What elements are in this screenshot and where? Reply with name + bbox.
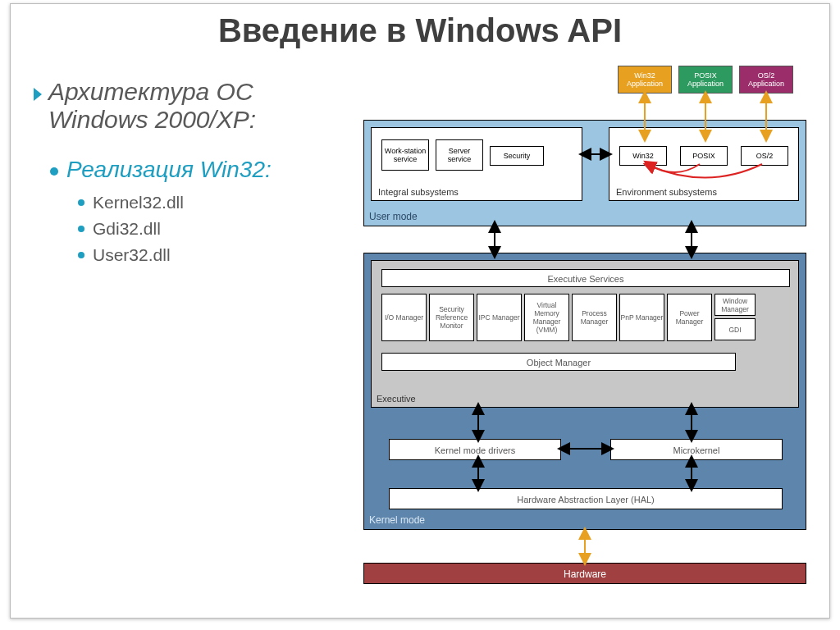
ipc-manager-box: IPC Manager (477, 294, 522, 341)
workstation-service-box: Work-station service (381, 139, 429, 171)
os2-app-box: OS/2 Application (739, 66, 793, 94)
power-manager-box: Power Manager (667, 294, 712, 341)
bullet-level-2: Реализация Win32: (50, 157, 354, 183)
posix-app-box: POSIX Application (678, 66, 733, 94)
env-subsystems-label: Environment subsystems (616, 187, 717, 197)
bullet-1-text: Архитектура ОС Windows 2000/XP: (48, 78, 354, 134)
io-manager-box: I/O Manager (381, 294, 427, 341)
kernel-mode-drivers-box: Kernel mode drivers (389, 439, 561, 460)
user-mode-panel: User mode Integral subsystems Work-stati… (363, 120, 806, 226)
executive-label: Executive (377, 394, 416, 404)
dot-icon (78, 226, 84, 232)
window-manager-box: Window Manager (714, 294, 756, 316)
pnp-manager-box: PnP Manager (619, 294, 664, 341)
executive-panel: Executive Executive Services I/O Manager… (371, 260, 799, 408)
hal-box: Hardware Abstraction Layer (HAL) (389, 488, 783, 509)
bullet-2-text: Реализация Win32: (66, 157, 272, 183)
posix-subsystem-box: POSIX (680, 146, 728, 166)
executive-services-box: Executive Services (381, 269, 790, 287)
security-box: Security (490, 146, 544, 166)
application-row: Win32 Application POSIX Application OS/2… (618, 66, 793, 94)
object-manager-box: Object Manager (381, 353, 736, 371)
bullet-level-3: Kernel32.dll (78, 193, 354, 212)
win32-subsystem-box: Win32 (619, 146, 667, 166)
user-mode-label: User mode (369, 211, 418, 222)
wm-gdi-column: Window Manager GDI (714, 294, 756, 341)
sub-bullet-text: Gdi32.dll (93, 219, 161, 239)
arrow-icon (34, 88, 42, 101)
sub-bullet-text: User32.dll (93, 245, 171, 265)
dot-icon (78, 252, 84, 258)
executive-managers-row: I/O Manager Security Reference Monitor I… (381, 294, 756, 341)
vmm-box: Virtual Memory Manager (VMM) (524, 294, 569, 341)
bullet-level-3: User32.dll (78, 245, 354, 265)
integral-subsystems-label: Integral subsystems (378, 187, 459, 197)
win32-app-box: Win32 Application (618, 66, 672, 94)
environment-subsystems-panel: Environment subsystems Win32 POSIX OS/2 (609, 127, 799, 201)
integral-subsystems-panel: Integral subsystems Work-station service… (371, 127, 582, 201)
gdi-box: GDI (714, 318, 756, 340)
slide: Введение в Windows API Архитектура ОС Wi… (10, 3, 830, 619)
hardware-box: Hardware (363, 563, 806, 584)
process-manager-box: Process Manager (572, 294, 617, 341)
dot-icon (50, 167, 58, 176)
kernel-mode-panel: Kernel mode Executive Executive Services… (363, 253, 806, 530)
bullet-list: Архитектура ОС Windows 2000/XP: Реализац… (34, 78, 354, 272)
srm-box: Security Reference Monitor (429, 294, 474, 341)
kernel-mode-label: Kernel mode (369, 514, 425, 526)
slide-title: Введение в Windows API (11, 4, 829, 49)
server-service-box: Server service (436, 139, 483, 171)
bullet-level-1: Архитектура ОС Windows 2000/XP: (34, 78, 354, 134)
os2-subsystem-box: OS/2 (741, 146, 788, 166)
dot-icon (78, 199, 84, 206)
bullet-level-3: Gdi32.dll (78, 219, 354, 239)
microkernel-box: Microkernel (610, 439, 783, 460)
architecture-diagram: Win32 Application POSIX Application OS/2… (363, 66, 810, 591)
sub-bullet-text: Kernel32.dll (93, 193, 184, 212)
